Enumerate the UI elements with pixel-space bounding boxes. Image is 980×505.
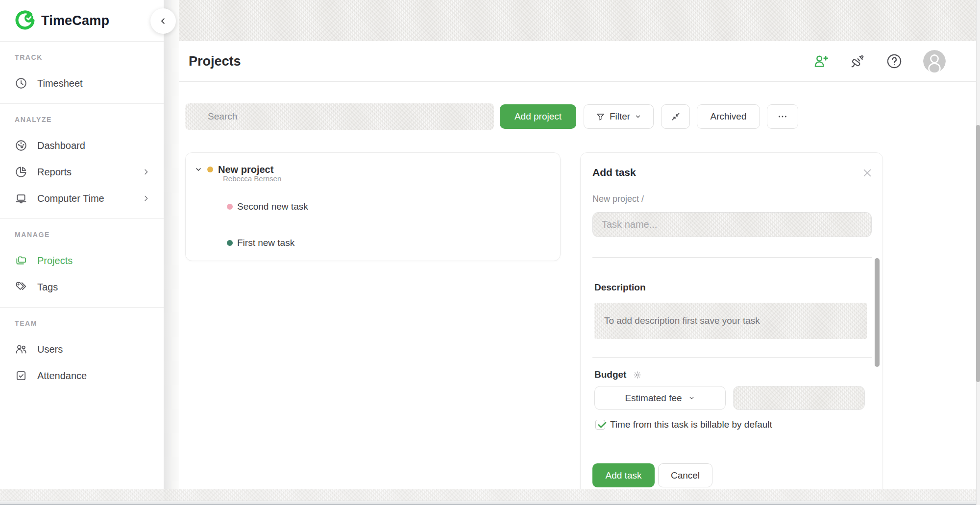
help-icon[interactable] [886,53,903,70]
folders-icon [15,254,27,267]
sidebar-item-label: Projects [37,255,150,266]
funnel-icon [596,112,605,121]
divider [592,446,872,446]
section-label: TEAM [15,319,164,327]
sidebar-section-team: TEAM Users Attendance [0,308,164,396]
laptop-icon [15,192,27,205]
sidebar: TimeCamp TRACK Timesheet ANALYZE Dashboa… [0,0,164,505]
task-name[interactable]: Second new task [237,201,308,212]
add-project-button[interactable]: Add project [500,104,576,129]
task-row[interactable]: Second new task [227,199,308,214]
chevron-right-icon [142,194,150,202]
billable-checkbox-row[interactable]: Time from this task is billable by defau… [595,419,772,430]
sidebar-item-label: Reports [37,167,132,178]
content-area: Add project Filter Archived [179,82,980,505]
sidebar-item-timesheet[interactable]: Timesheet [0,70,164,96]
avatar[interactable] [923,50,946,72]
sidebar-item-users[interactable]: Users [0,336,164,362]
sidebar-item-label: Users [37,344,150,355]
task-color-dot [227,204,233,210]
budget-type-select[interactable]: Estimated fee [594,386,726,410]
add-task-submit-button[interactable]: Add task [592,463,655,487]
description-field: To add description first save your task [594,303,867,339]
main-area: Projects [179,0,980,505]
budget-amount-input[interactable] [733,386,865,410]
project-name[interactable]: New project [218,164,273,175]
section-label: TRACK [15,53,164,61]
ellipsis-icon [777,111,788,122]
chevron-down-icon[interactable] [195,166,202,173]
sidebar-nav: TRACK Timesheet ANALYZE Dashboard Rep [0,42,164,396]
sidebar-item-projects[interactable]: Projects [0,247,164,274]
task-row[interactable]: First new task [227,236,294,250]
page-title: Projects [189,54,241,69]
sidebar-item-label: Dashboard [37,140,150,151]
task-name[interactable]: First new task [237,238,294,248]
collapse-arrows-icon [671,112,681,121]
sidebar-item-tags[interactable]: Tags [0,274,164,300]
pie-chart-icon [15,166,27,178]
chevron-right-icon [142,168,150,176]
panel-scrollbar-thumb[interactable] [875,258,880,367]
tags-icon [15,281,27,293]
archived-button[interactable]: Archived [697,104,760,129]
sidebar-item-label: Attendance [37,370,150,382]
search-input[interactable] [185,103,494,130]
more-options-button[interactable] [767,104,798,129]
add-task-panel: Add task New project / Description To ad… [580,152,883,495]
divider [592,357,872,358]
budget-type-value: Estimated fee [625,393,682,404]
task-color-dot [227,240,233,246]
bottom-edge-bar [0,501,980,505]
timecamp-logo-icon [15,10,35,31]
close-icon[interactable] [860,166,875,180]
clock-icon [15,77,27,90]
gauge-icon [15,139,27,152]
sidebar-section-analyze: ANALYZE Dashboard Reports [0,104,164,219]
integrations-plug-icon[interactable] [850,53,865,69]
task-name-input[interactable] [592,212,872,237]
cancel-button[interactable]: Cancel [658,463,712,487]
sidebar-section-manage: MANAGE Projects Tags [0,219,164,308]
panel-title: Add task [592,167,636,178]
divider [592,257,872,258]
app-logo[interactable]: TimeCamp [0,0,164,42]
project-owner: Rebecca Bernsen [223,174,281,183]
filter-button[interactable]: Filter [584,104,654,129]
users-icon [15,343,27,356]
page-scrollbar[interactable] [976,0,980,505]
chevron-down-icon [688,394,695,402]
chevron-down-icon [635,113,641,120]
budget-label: Budget [594,369,641,380]
sidebar-section-track: TRACK Timesheet [0,42,164,104]
breadcrumb: New project / [592,194,644,204]
gear-icon[interactable] [633,371,641,379]
page-scrollbar-thumb[interactable] [976,125,980,382]
sidebar-item-reports[interactable]: Reports [0,159,164,185]
section-label: MANAGE [15,231,164,239]
invite-user-icon[interactable] [812,53,829,70]
billable-checkbox[interactable] [595,420,605,430]
section-label: ANALYZE [15,116,164,123]
sidebar-item-label: Timesheet [37,78,150,89]
budget-label-text: Budget [594,369,626,380]
checkbox-icon [15,369,27,382]
sidebar-item-label: Tags [37,282,150,293]
project-list-card: New project Rebecca Bernsen Second new t… [185,152,561,261]
sidebar-shadow-gutter [164,0,179,505]
app-name: TimeCamp [41,13,109,28]
description-label: Description [594,282,646,293]
sidebar-collapse-button[interactable] [150,8,176,34]
billable-label: Time from this task is billable by defau… [610,419,772,430]
collapse-all-button[interactable] [661,104,690,129]
sidebar-item-computer-time[interactable]: Computer Time [0,185,164,212]
filter-button-label: Filter [610,111,630,122]
top-texture-strip [179,0,980,41]
sidebar-item-label: Computer Time [37,193,132,204]
page-header: Projects [179,41,980,82]
project-color-dot [207,167,213,172]
chevron-left-icon [159,17,168,25]
sidebar-item-dashboard[interactable]: Dashboard [0,132,164,159]
sidebar-item-attendance[interactable]: Attendance [0,362,164,389]
bottom-texture-strip [0,489,980,501]
